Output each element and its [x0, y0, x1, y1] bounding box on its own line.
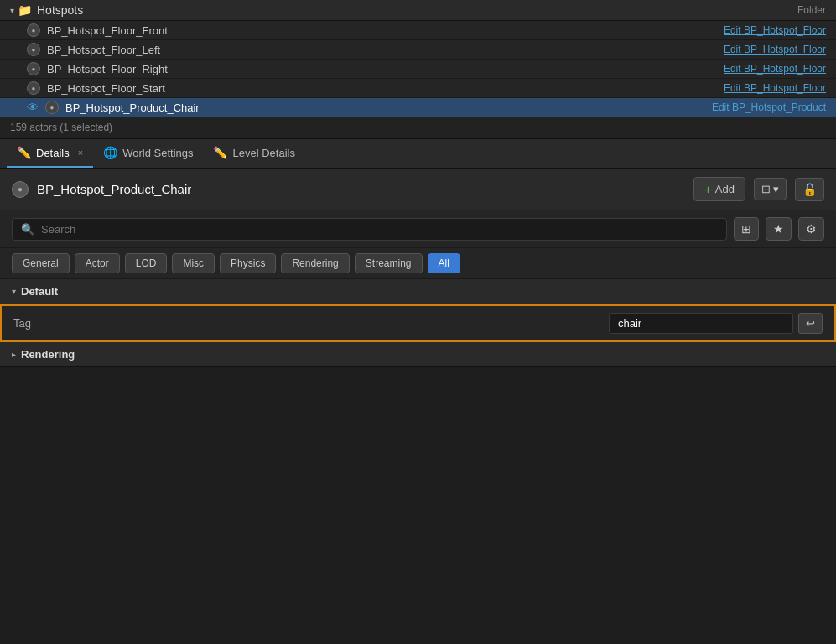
search-icon: 🔍 — [21, 223, 34, 236]
filter-btn-streaming[interactable]: Streaming — [355, 253, 423, 273]
filter-btn-rendering[interactable]: Rendering — [281, 253, 349, 273]
tab-details-label: Details — [36, 147, 70, 159]
filter-btn-lod[interactable]: LOD — [125, 253, 168, 273]
folder-icon: 📁 — [18, 3, 32, 17]
lock-icon: 🔓 — [802, 183, 817, 196]
chevron-down-icon-layout: ▾ — [773, 183, 779, 195]
actors-count: 159 actors (1 selected) — [0, 117, 836, 138]
tabs-bar: ✏️ Details × 🌐 World Settings ✏️ Level D… — [0, 139, 836, 169]
details-panel: ● BP_Hotspot_Product_Chair + Add ⊡ ▾ 🔓 🔍… — [0, 169, 836, 367]
edit-link-3[interactable]: Edit BP_Hotspot_Floor — [724, 82, 826, 94]
actor-name-0: BP_Hotspot_Floor_Front — [47, 24, 724, 37]
property-value-wrap-tag: ↩ — [609, 313, 823, 334]
table-icon: ⊞ — [741, 222, 751, 236]
actor-icon-3: ● — [27, 81, 40, 95]
property-input-tag[interactable] — [609, 313, 793, 334]
section-rendering-header[interactable]: ▸ Rendering — [0, 342, 836, 367]
actor-name-1: BP_Hotspot_Floor_Left — [47, 44, 724, 56]
section-default-chevron: ▾ — [12, 287, 16, 296]
eye-icon: 👁 — [27, 101, 39, 114]
revert-button-tag[interactable]: ↩ — [798, 313, 823, 334]
add-button[interactable]: + Add — [693, 177, 745, 201]
actor-icon-2: ● — [27, 62, 40, 75]
lock-button[interactable]: 🔓 — [795, 178, 824, 201]
layout-icon: ⊡ — [761, 183, 771, 195]
actor-icon-4: ● — [45, 101, 59, 114]
tab-close-icon[interactable]: × — [78, 148, 83, 158]
actor-name-4: BP_Hotspot_Product_Chair — [65, 101, 712, 114]
outliner-row-3[interactable]: ● BP_Hotspot_Floor_Start Edit BP_Hotspot… — [0, 79, 836, 98]
actor-name-3: BP_Hotspot_Floor_Start — [47, 82, 724, 95]
property-label-tag: Tag — [13, 317, 609, 330]
edit-link-4[interactable]: Edit BP_Hotspot_Product — [712, 101, 826, 113]
tab-level-details[interactable]: ✏️ Level Details — [203, 139, 304, 168]
actor-header-name: BP_Hotspot_Product_Chair — [37, 182, 685, 196]
table-view-button[interactable]: ⊞ — [734, 217, 759, 241]
property-row-tag: Tag ↩ — [0, 304, 836, 342]
filter-btn-actor[interactable]: Actor — [75, 253, 120, 273]
level-details-tab-icon: ✏️ — [213, 146, 227, 159]
search-input[interactable] — [41, 223, 718, 236]
world-settings-tab-icon: 🌐 — [103, 146, 117, 159]
section-rendering-chevron: ▸ — [12, 350, 16, 359]
tab-world-settings-label: World Settings — [122, 147, 193, 159]
filter-btn-physics[interactable]: Physics — [220, 253, 276, 273]
section-default-label: Default — [21, 285, 58, 298]
section-rendering-label: Rendering — [21, 348, 75, 361]
filter-row: General Actor LOD Misc Physics Rendering… — [0, 248, 836, 279]
actor-header: ● BP_Hotspot_Product_Chair + Add ⊡ ▾ 🔓 — [0, 169, 836, 210]
details-tab-icon: ✏️ — [17, 146, 31, 159]
actor-header-icon: ● — [12, 181, 29, 198]
folder-column-label: Folder — [797, 4, 826, 16]
actor-icon-0: ● — [27, 23, 40, 37]
filter-btn-general[interactable]: General — [12, 253, 70, 273]
favorites-button[interactable]: ★ — [766, 217, 792, 241]
add-plus-icon: + — [704, 182, 712, 196]
outliner-row-4[interactable]: 👁 ● BP_Hotspot_Product_Chair Edit BP_Hot… — [0, 98, 836, 117]
outliner-panel: ▾ 📁 Hotspots Folder ● BP_Hotspot_Floor_F… — [0, 0, 836, 139]
edit-link-1[interactable]: Edit BP_Hotspot_Floor — [724, 44, 826, 55]
star-icon: ★ — [773, 222, 784, 236]
tab-level-details-label: Level Details — [232, 147, 294, 159]
filter-btn-all[interactable]: All — [428, 253, 460, 273]
folder-chevron-icon: ▾ — [10, 6, 14, 15]
settings-button[interactable]: ⚙ — [798, 217, 824, 241]
tab-details[interactable]: ✏️ Details × — [7, 139, 93, 168]
outliner-row-2[interactable]: ● BP_Hotspot_Floor_Right Edit BP_Hotspot… — [0, 60, 836, 79]
section-default-header[interactable]: ▾ Default — [0, 279, 836, 304]
filter-btn-misc[interactable]: Misc — [172, 253, 215, 273]
outliner-title: Hotspots — [37, 3, 797, 17]
add-label: Add — [715, 183, 735, 195]
layout-button[interactable]: ⊡ ▾ — [754, 178, 787, 200]
search-row: 🔍 ⊞ ★ ⚙ — [0, 210, 836, 248]
outliner-header: ▾ 📁 Hotspots Folder — [0, 0, 836, 21]
edit-link-2[interactable]: Edit BP_Hotspot_Floor — [724, 63, 826, 75]
actor-icon-1: ● — [27, 43, 40, 56]
edit-link-0[interactable]: Edit BP_Hotspot_Floor — [724, 24, 826, 36]
search-input-wrap: 🔍 — [12, 218, 727, 241]
revert-icon: ↩ — [806, 317, 815, 330]
outliner-row-0[interactable]: ● BP_Hotspot_Floor_Front Edit BP_Hotspot… — [0, 21, 836, 40]
tab-world-settings[interactable]: 🌐 World Settings — [93, 139, 203, 168]
gear-icon: ⚙ — [806, 222, 817, 236]
outliner-row-1[interactable]: ● BP_Hotspot_Floor_Left Edit BP_Hotspot_… — [0, 40, 836, 60]
actor-name-2: BP_Hotspot_Floor_Right — [47, 63, 724, 75]
